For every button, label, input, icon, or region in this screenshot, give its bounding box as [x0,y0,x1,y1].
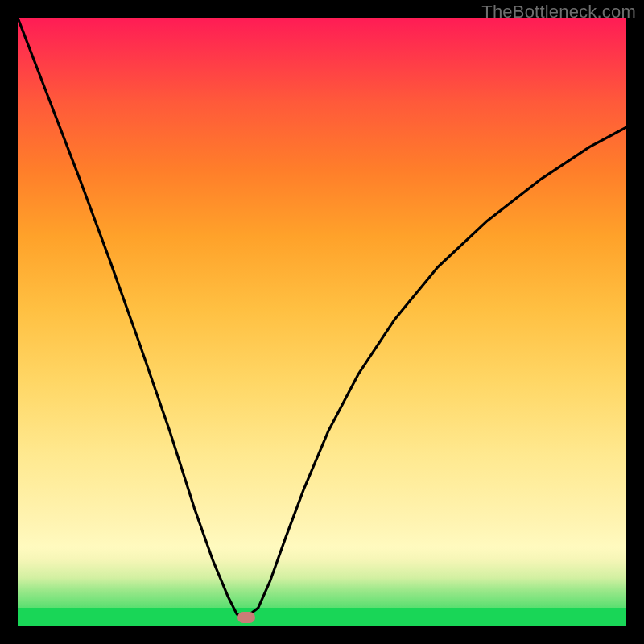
plot-area [18,18,626,626]
optimal-point-marker [237,612,255,623]
chart-stage: TheBottleneck.com [0,0,644,644]
bottleneck-curve [18,18,626,626]
